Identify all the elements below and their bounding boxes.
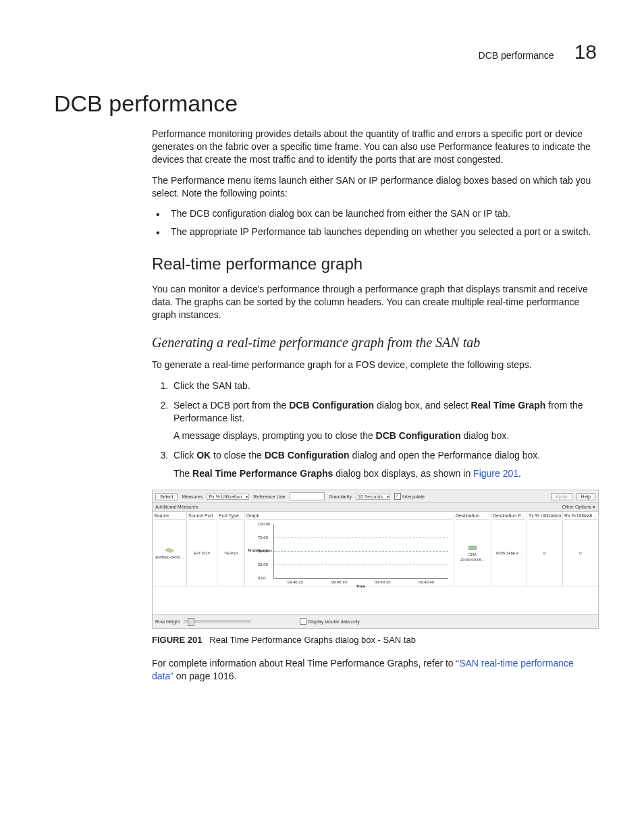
port-type-column: Port Type TE-Port	[217, 512, 245, 586]
row-height-label: Row Height	[155, 619, 180, 624]
step-3-note: The Real Time Performance Graphs dialog …	[173, 467, 597, 480]
dialog-subtoolbar: Additional Measures Other Options ▾	[153, 503, 598, 512]
step-2-note: A message displays, prompting you to clo…	[173, 429, 597, 442]
subsection-paragraph: To generate a real-time performance grap…	[152, 359, 597, 371]
device-icon	[466, 544, 479, 551]
granularity-label: Granularity	[329, 494, 352, 499]
display-tabular-checkbox[interactable]: Display tabular data only	[300, 618, 360, 625]
page-header: DCB performance 18	[54, 41, 597, 63]
dialog-content: Source EMBED-8470... Source Port ExT 0/1…	[153, 512, 598, 586]
header-section-title: DCB performance	[479, 50, 554, 61]
plot-area: 100.00 75.00 50.00 25.00 0.00	[273, 524, 448, 579]
tx-utilization-column: Tx % Utilization 0	[527, 512, 563, 586]
select-button[interactable]: Select	[155, 493, 178, 500]
list-item: The DCB configuration dialog box can be …	[152, 207, 597, 220]
row-height-slider[interactable]	[184, 620, 251, 623]
intro-paragraph-1: Performance monitoring provides details …	[152, 128, 597, 166]
svg-rect-0	[468, 546, 477, 550]
x-axis-label: Time	[273, 584, 448, 588]
step-3: Click OK to close the DCB Configuration …	[171, 449, 597, 480]
performance-graph-dialog: Select Measures Rx % Utilization Referen…	[152, 490, 599, 629]
rx-utilization-column: Rx % Utilizati... 0	[563, 512, 598, 586]
reference-line-input[interactable]	[290, 492, 325, 500]
subsection-heading: Generating a real-time performance graph…	[152, 335, 597, 350]
granularity-select[interactable]: 10 Seconds	[356, 494, 390, 500]
graph-column: Graph % Utilization 100.00 75.00 50.00 2…	[245, 512, 454, 586]
additional-measures-label: Additional Measures	[155, 504, 198, 510]
interpolate-checkbox[interactable]: ✓ Interpolate	[394, 493, 425, 500]
step-1: Click the SAN tab.	[171, 380, 597, 392]
intro-paragraph-2: The Performance menu items launch either…	[152, 174, 597, 200]
apply-button[interactable]: Apply	[551, 493, 572, 500]
other-options-dropdown[interactable]: Other Options ▾	[562, 504, 595, 510]
figure-caption: FIGURE 201 Real Time Performance Graphs …	[152, 634, 597, 646]
help-button[interactable]: Help	[576, 493, 595, 500]
section-heading: Real-time performance graph	[152, 255, 597, 273]
source-port-column: Source Port ExT 0/15	[187, 512, 217, 586]
section-paragraph: You can monitor a device's performance t…	[152, 283, 597, 321]
header-chapter-number: 18	[574, 41, 597, 63]
steps-list: Click the SAN tab. Select a DCB port fro…	[152, 380, 597, 480]
list-item: The appropriate IP Performance tab launc…	[152, 226, 597, 238]
step-2: Select a DCB port from the DCB Configura…	[171, 399, 597, 443]
page-title: DCB performance	[54, 90, 597, 117]
switch-icon	[163, 547, 176, 554]
dialog-bottom-bar: Row Height Display tabular data only	[153, 614, 598, 628]
intro-bullets: The DCB configuration dialog box can be …	[152, 207, 597, 238]
measures-select[interactable]: Rx % Utilization	[207, 494, 249, 500]
dialog-blank-area	[153, 586, 598, 614]
destination-column: Destination CNA 20:00:00:05...	[454, 512, 491, 586]
destination-port-column: Destination P... 0005:1e8e:a...	[491, 512, 527, 586]
dialog-toolbar: Select Measures Rx % Utilization Referen…	[153, 490, 598, 503]
reference-line-label: Reference Line	[253, 494, 285, 499]
measures-label: Measures	[182, 494, 203, 499]
closing-paragraph: For complete information about Real Time…	[152, 657, 597, 683]
source-column: Source EMBED-8470...	[153, 512, 187, 586]
figure-reference-link[interactable]: Figure 201	[473, 468, 518, 479]
